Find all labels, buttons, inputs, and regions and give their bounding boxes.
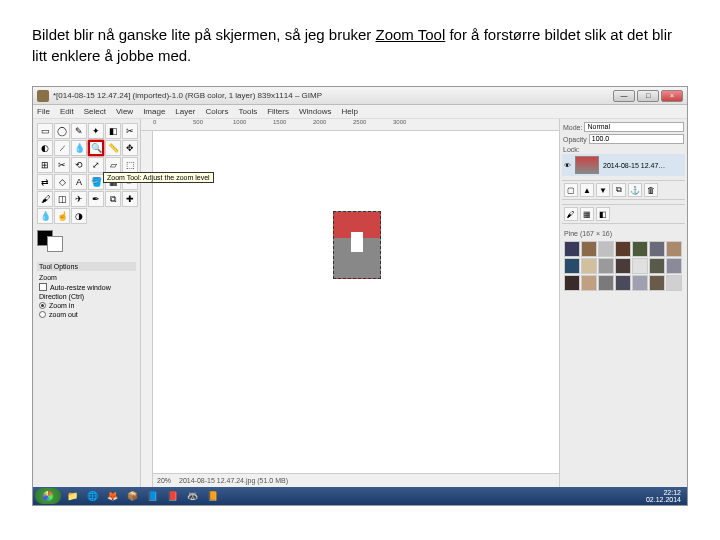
minimize-button[interactable]: — [613,90,635,102]
pattern-swatch[interactable] [666,258,682,274]
taskbar-pdf-icon[interactable]: 📕 [163,489,181,503]
tool-rect-select[interactable]: ▭ [37,123,53,139]
pattern-swatch[interactable] [632,241,648,257]
tool-color-select[interactable]: ◧ [105,123,121,139]
eye-icon[interactable]: 👁 [564,162,571,169]
taskbar-explorer-icon[interactable]: 📁 [63,489,81,503]
tool-flip[interactable]: ⇄ [37,174,53,190]
tool-measure[interactable]: 📏 [105,140,121,156]
menu-view[interactable]: View [116,107,133,116]
menu-colors[interactable]: Colors [205,107,228,116]
tool-text[interactable]: A [71,174,87,190]
pattern-swatch[interactable] [564,241,580,257]
pattern-swatch[interactable] [615,241,631,257]
lower-layer-button[interactable]: ▼ [596,183,610,197]
pattern-swatch[interactable] [615,275,631,291]
pattern-swatch[interactable] [598,275,614,291]
pattern-swatch[interactable] [649,241,665,257]
tool-cage[interactable]: ◇ [54,174,70,190]
pattern-swatch[interactable] [598,258,614,274]
duplicate-layer-button[interactable]: ⧉ [612,183,626,197]
tool-paths[interactable]: ⟋ [54,140,70,156]
pattern-swatch[interactable] [649,275,665,291]
tool-eraser[interactable]: ◫ [54,191,70,207]
mode-select[interactable]: Normal [584,122,684,132]
tool-paintbrush[interactable]: 🖌 [37,191,53,207]
tool-dodge[interactable]: ◑ [71,208,87,224]
image-on-canvas[interactable] [333,211,381,279]
radio-icon[interactable] [39,311,46,318]
tool-ellipse-select[interactable]: ◯ [54,123,70,139]
delete-layer-button[interactable]: 🗑 [644,183,658,197]
menu-edit[interactable]: Edit [60,107,74,116]
menu-filters[interactable]: Filters [267,107,289,116]
patterns-tab[interactable]: ▦ [580,207,594,221]
pattern-swatch[interactable] [581,241,597,257]
layer-row[interactable]: 👁 2014-08-15 12.47… [562,154,685,176]
menu-help[interactable]: Help [341,107,357,116]
brushes-tab[interactable]: 🖌 [564,207,578,221]
pattern-swatch[interactable] [581,258,597,274]
tool-zoom[interactable]: 🔍 [88,140,104,156]
tool-perspective[interactable]: ⬚ [122,157,138,173]
color-selector[interactable] [37,230,136,252]
tool-smudge[interactable]: ☝ [54,208,70,224]
canvas[interactable] [153,131,559,473]
gradients-tab[interactable]: ◧ [596,207,610,221]
taskbar-app-icon[interactable]: 📦 [123,489,141,503]
tool-rotate[interactable]: ⟲ [71,157,87,173]
tool-clone[interactable]: ⧉ [105,191,121,207]
menu-tools[interactable]: Tools [239,107,258,116]
pattern-swatch[interactable] [649,258,665,274]
opacity-field[interactable]: 100.0 [589,134,684,144]
tool-align[interactable]: ⊞ [37,157,53,173]
pattern-swatch[interactable] [632,258,648,274]
pattern-swatch[interactable] [581,275,597,291]
maximize-button[interactable]: □ [637,90,659,102]
tool-shear[interactable]: ▱ [105,157,121,173]
taskbar-powerpoint-icon[interactable]: 📙 [203,489,221,503]
pattern-swatch[interactable] [564,275,580,291]
background-color[interactable] [47,236,63,252]
zoom-level[interactable]: 20% [157,477,171,484]
tool-blur[interactable]: 💧 [37,208,53,224]
system-clock[interactable]: 22:12 02.12.2014 [646,489,685,503]
tool-crop[interactable]: ✂ [54,157,70,173]
pattern-swatch[interactable] [615,258,631,274]
tool-scale[interactable]: ⤢ [88,157,104,173]
menu-image[interactable]: Image [143,107,165,116]
taskbar-word-icon[interactable]: 📘 [143,489,161,503]
tool-fuzzy-select[interactable]: ✦ [88,123,104,139]
anchor-layer-button[interactable]: ⚓ [628,183,642,197]
pattern-swatch[interactable] [632,275,648,291]
tool-foreground[interactable]: ◐ [37,140,53,156]
menu-windows[interactable]: Windows [299,107,331,116]
tool-move[interactable]: ✥ [122,140,138,156]
zoom-in-option[interactable]: Zoom in [37,301,136,310]
menu-file[interactable]: File [37,107,50,116]
menu-layer[interactable]: Layer [175,107,195,116]
tool-heal[interactable]: ✚ [122,191,138,207]
tool-airbrush[interactable]: ✈ [71,191,87,207]
pattern-swatch[interactable] [564,258,580,274]
tool-ink[interactable]: ✒ [88,191,104,207]
tool-scissors[interactable]: ✂ [122,123,138,139]
taskbar-firefox-icon[interactable]: 🦊 [103,489,121,503]
auto-resize-option[interactable]: Auto-resize window [37,282,136,292]
tool-bucket[interactable]: 🪣 [88,174,104,190]
tool-color-picker[interactable]: 💧 [71,140,87,156]
pattern-swatch[interactable] [666,275,682,291]
pattern-swatch[interactable] [666,241,682,257]
pattern-swatch[interactable] [598,241,614,257]
new-layer-button[interactable]: ▢ [564,183,578,197]
start-button[interactable] [35,488,61,504]
radio-icon[interactable] [39,302,46,309]
taskbar-gimp-icon[interactable]: 🦝 [183,489,201,503]
menu-select[interactable]: Select [84,107,106,116]
close-button[interactable]: × [661,90,683,102]
raise-layer-button[interactable]: ▲ [580,183,594,197]
tool-free-select[interactable]: ✎ [71,123,87,139]
zoom-out-option[interactable]: zoom out [37,310,136,319]
taskbar-browser-icon[interactable]: 🌐 [83,489,101,503]
checkbox-icon[interactable] [39,283,47,291]
